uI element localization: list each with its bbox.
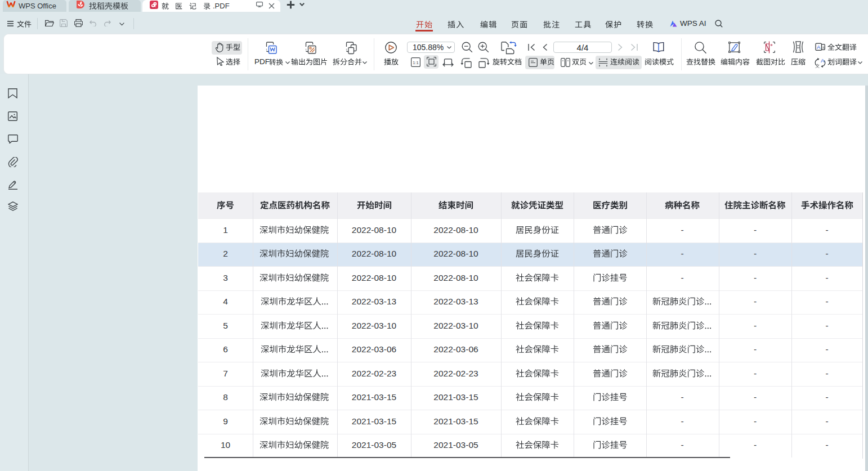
svg-text:A: A [817, 44, 821, 50]
svg-text:1:1: 1:1 [413, 60, 418, 65]
svg-text:A: A [821, 57, 825, 64]
